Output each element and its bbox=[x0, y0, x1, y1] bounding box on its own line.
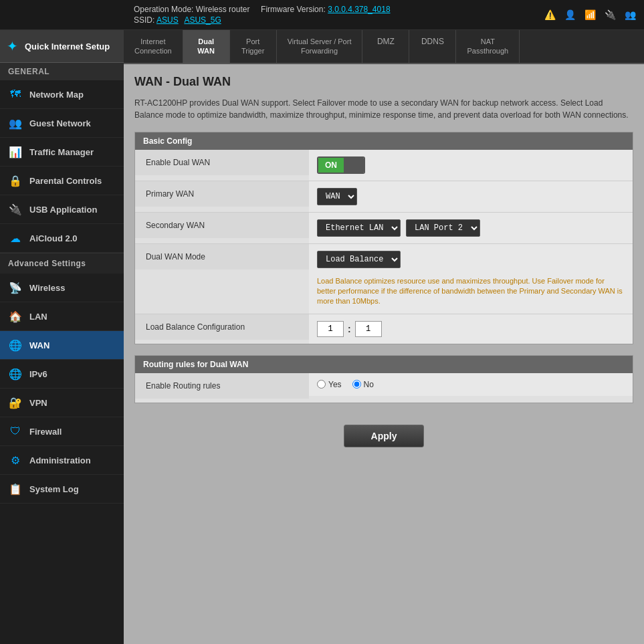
sidebar-label-guest-network: Guest Network bbox=[29, 118, 91, 128]
sidebar-item-ipv6[interactable]: 🌐 IPv6 bbox=[0, 360, 124, 389]
tab-ddns[interactable]: DDNS bbox=[409, 30, 456, 63]
dual-wan-mode-value: Load Balance Failover Load Balance optim… bbox=[309, 244, 633, 314]
routing-rules-section: Routing rules for Dual WAN Enable Routin… bbox=[134, 355, 633, 403]
sidebar-item-wan[interactable]: 🌐 WAN bbox=[0, 331, 124, 360]
general-header: General bbox=[0, 63, 124, 80]
aicloud-icon: ☁ bbox=[8, 231, 23, 245]
usb-icon[interactable]: 🔌 bbox=[603, 7, 617, 22]
vpn-icon: 🔐 bbox=[8, 395, 23, 410]
tab-nat-passthrough[interactable]: NATPassthrough bbox=[456, 30, 520, 63]
lb-input-2[interactable] bbox=[355, 321, 382, 337]
radio-yes-label[interactable]: Yes bbox=[317, 380, 342, 389]
secondary-wan-value: Ethernet LAN USB LAN Port 2 LAN Port 3 L… bbox=[309, 213, 633, 243]
ssid-label: SSID: bbox=[134, 15, 154, 25]
sidebar-item-aicloud[interactable]: ☁ AiCloud 2.0 bbox=[0, 224, 124, 253]
enable-dual-wan-value: ON bbox=[309, 150, 633, 181]
quick-internet-setup-item[interactable]: ✦ Quick Internet Setup bbox=[0, 30, 124, 63]
sidebar-label-parental-controls: Parental Controls bbox=[29, 176, 102, 186]
sidebar-label-wan: WAN bbox=[29, 340, 49, 350]
toggle-on-label[interactable]: ON bbox=[318, 158, 344, 173]
page-content: WAN - Dual WAN RT-AC1200HP provides Dual… bbox=[124, 64, 644, 644]
sidebar-item-traffic-manager[interactable]: 📊 Traffic Manager bbox=[0, 138, 124, 167]
tab-bar: InternetConnection DualWAN PortTrigger V… bbox=[124, 30, 644, 64]
secondary-wan-row: Secondary WAN Ethernet LAN USB LAN Port … bbox=[135, 213, 633, 244]
tab-dmz[interactable]: DMZ bbox=[362, 30, 409, 63]
sidebar-label-vpn: VPN bbox=[29, 398, 47, 408]
primary-wan-row: Primary WAN WAN USB bbox=[135, 181, 633, 213]
advanced-settings-header: Advanced Settings bbox=[0, 253, 124, 274]
system-log-icon: 📋 bbox=[8, 481, 23, 496]
routing-rules-header: Routing rules for Dual WAN bbox=[135, 356, 633, 373]
wifi-icon[interactable]: 📶 bbox=[582, 7, 597, 22]
tab-internet-connection[interactable]: InternetConnection bbox=[124, 30, 183, 63]
routing-rules-radio-group: Yes No bbox=[317, 380, 374, 389]
sidebar-item-administration[interactable]: ⚙ Administration bbox=[0, 446, 124, 475]
fw-label: Firmware Version: bbox=[261, 5, 326, 14]
wireless-icon: 📡 bbox=[8, 280, 23, 295]
firewall-icon: 🛡 bbox=[8, 424, 23, 439]
op-mode-value[interactable]: Wireless router bbox=[196, 5, 250, 14]
fw-value[interactable]: 3.0.0.4.378_4018 bbox=[328, 5, 390, 14]
sidebar-item-usb-application[interactable]: 🔌 USB Application bbox=[0, 195, 124, 224]
enable-routing-rules-label: Enable Routing rules bbox=[135, 373, 309, 399]
enable-routing-rules-row: Enable Routing rules Yes No bbox=[135, 373, 633, 403]
tab-virtual-server[interactable]: Virtual Server / PortForwarding bbox=[277, 30, 363, 63]
page-description: RT-AC1200HP provides Dual WAN support. S… bbox=[134, 97, 633, 121]
radio-no-label[interactable]: No bbox=[352, 380, 374, 389]
basic-config-header: Basic Config bbox=[135, 132, 633, 150]
apply-button[interactable]: Apply bbox=[344, 425, 425, 447]
lan-port-select[interactable]: LAN Port 2 LAN Port 3 LAN Port 4 bbox=[406, 219, 480, 237]
secondary-wan-select[interactable]: Ethernet LAN USB bbox=[317, 219, 401, 237]
sidebar-label-traffic-manager: Traffic Manager bbox=[29, 147, 94, 157]
primary-wan-select[interactable]: WAN USB bbox=[317, 188, 357, 205]
ssid-5g[interactable]: ASUS_5G bbox=[184, 15, 221, 25]
sidebar-label-network-map: Network Map bbox=[29, 90, 84, 100]
dual-wan-mode-select[interactable]: Load Balance Failover bbox=[317, 251, 401, 268]
dual-wan-mode-note: Load Balance optimizes resource use and … bbox=[317, 276, 625, 307]
sidebar-item-parental-controls[interactable]: 🔒 Parental Controls bbox=[0, 167, 124, 195]
dual-wan-mode-row: Dual WAN Mode Load Balance Failover Load… bbox=[135, 244, 633, 314]
load-balance-config-row: Load Balance Configuration : bbox=[135, 314, 633, 344]
sidebar: ✦ Quick Internet Setup General 🗺 Network… bbox=[0, 30, 124, 644]
sidebar-item-firewall[interactable]: 🛡 Firewall bbox=[0, 417, 124, 446]
load-balance-config-value: : bbox=[309, 314, 633, 344]
tab-port-trigger[interactable]: PortTrigger bbox=[230, 30, 277, 63]
user-icon[interactable]: 👤 bbox=[562, 7, 577, 22]
sidebar-item-vpn[interactable]: 🔐 VPN bbox=[0, 389, 124, 417]
primary-wan-value: WAN USB bbox=[309, 181, 633, 212]
sidebar-item-guest-network[interactable]: 👥 Guest Network bbox=[0, 109, 124, 138]
sidebar-label-wireless: Wireless bbox=[29, 283, 65, 293]
primary-wan-label: Primary WAN bbox=[135, 181, 309, 207]
top-bar-info: Operation Mode: Wireless router Firmware… bbox=[134, 5, 542, 25]
enable-dual-wan-label: Enable Dual WAN bbox=[135, 150, 309, 175]
sidebar-item-wireless[interactable]: 📡 Wireless bbox=[0, 274, 124, 302]
secondary-wan-label: Secondary WAN bbox=[135, 213, 309, 238]
sidebar-label-system-log: System Log bbox=[29, 484, 79, 494]
guest-network-icon: 👥 bbox=[8, 116, 23, 130]
sidebar-item-system-log[interactable]: 📋 System Log bbox=[0, 475, 124, 504]
apply-section: Apply bbox=[134, 414, 633, 458]
radio-yes[interactable] bbox=[317, 380, 326, 389]
radio-no[interactable] bbox=[352, 380, 361, 389]
lb-input-1[interactable] bbox=[317, 321, 344, 337]
sidebar-label-firewall: Firewall bbox=[29, 427, 62, 437]
dual-wan-toggle[interactable]: ON bbox=[317, 156, 365, 174]
sidebar-label-lan: LAN bbox=[29, 312, 47, 322]
network-map-icon: 🗺 bbox=[8, 87, 23, 102]
top-bar: Operation Mode: Wireless router Firmware… bbox=[0, 0, 644, 30]
parental-controls-icon: 🔒 bbox=[8, 173, 23, 188]
tab-dual-wan[interactable]: DualWAN bbox=[183, 30, 230, 63]
sidebar-label-usb-application: USB Application bbox=[29, 205, 97, 215]
sidebar-item-lan[interactable]: 🏠 LAN bbox=[0, 302, 124, 331]
account-icon[interactable]: 👥 bbox=[623, 7, 637, 22]
wan-icon: 🌐 bbox=[8, 338, 23, 352]
quick-setup-label: Quick Internet Setup bbox=[25, 41, 110, 51]
ssid-2g[interactable]: ASUS bbox=[156, 15, 179, 25]
sidebar-item-network-map[interactable]: 🗺 Network Map bbox=[0, 80, 124, 109]
content-area: InternetConnection DualWAN PortTrigger V… bbox=[124, 30, 644, 644]
warning-icon[interactable]: ⚠️ bbox=[542, 7, 557, 22]
lb-config: : bbox=[317, 321, 382, 337]
toggle-off-label bbox=[344, 158, 364, 173]
basic-config-section: Basic Config Enable Dual WAN ON bbox=[134, 132, 633, 344]
enable-routing-rules-value: Yes No bbox=[309, 373, 633, 396]
